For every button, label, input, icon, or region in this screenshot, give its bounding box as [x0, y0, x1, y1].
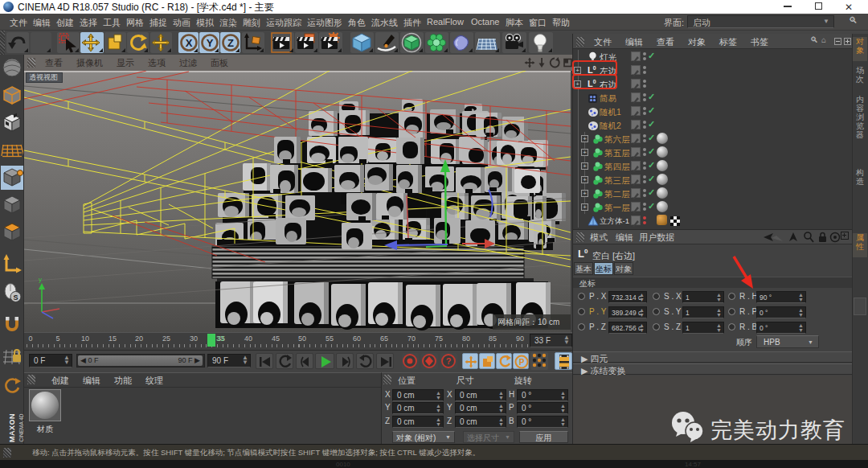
- svg-text:?: ?: [446, 356, 452, 366]
- svg-text:P: P: [519, 358, 525, 367]
- svg-text:X: X: [186, 37, 193, 49]
- svg-text:Z: Z: [227, 37, 234, 49]
- svg-text:S: S: [13, 294, 18, 302]
- svg-text:网格间距：10 cm: 网格间距：10 cm: [497, 318, 559, 326]
- svg-text:Y: Y: [207, 37, 214, 49]
- svg-text:y: y: [39, 276, 42, 283]
